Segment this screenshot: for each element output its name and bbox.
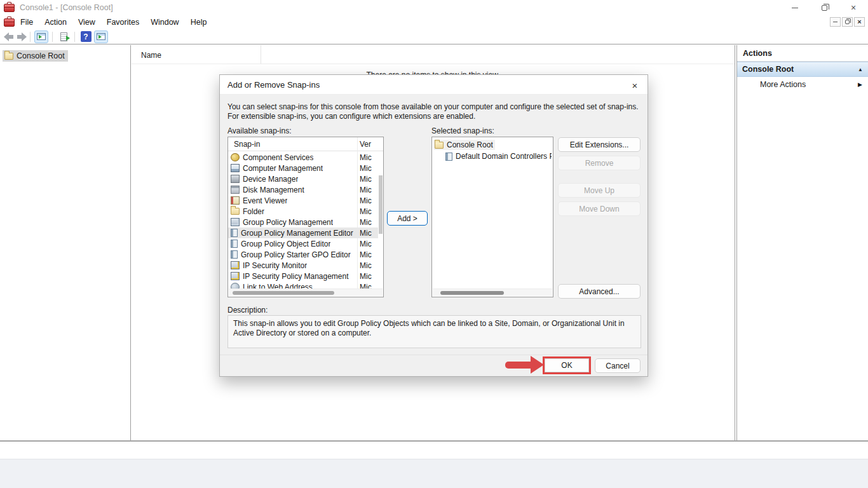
remove-button: Remove <box>558 156 641 170</box>
help-button[interactable]: ? <box>79 30 93 43</box>
mdi-restore-button[interactable] <box>842 17 853 27</box>
snapin-row-ip-security-monitor[interactable]: IP Security MonitorMic <box>228 260 378 271</box>
forward-button[interactable] <box>17 32 27 41</box>
selected-snapins-label: Selected snap-ins: <box>431 126 494 135</box>
cancel-button[interactable]: Cancel <box>595 358 641 373</box>
snapin-vendor: Mic <box>360 153 372 162</box>
snapin-row-link-to-web-address[interactable]: Link to Web AddressMic <box>228 281 378 288</box>
back-button[interactable] <box>4 32 13 41</box>
horizontal-scrollbar[interactable] <box>229 288 383 296</box>
add-remove-snapins-dialog: Add or Remove Snap-ins × You can select … <box>219 74 648 377</box>
selected-root-label: Console Root <box>447 140 493 149</box>
snapin-vendor: Mic <box>360 186 372 194</box>
dialog-close-button[interactable]: × <box>628 79 641 92</box>
menu-bar: File Action View Favorites Window Help × <box>0 15 868 29</box>
snapin-row-group-policy-starter-gpo-editor[interactable]: Group Policy Starter GPO EditorMic <box>228 249 378 260</box>
results-column-header: Name <box>132 45 735 64</box>
snapin-row-group-policy-object-editor[interactable]: Group Policy Object EditorMic <box>228 238 378 249</box>
mdi-close-button[interactable]: × <box>854 17 865 27</box>
scrollbar-thumb[interactable] <box>233 291 334 295</box>
snapin-vendor: Mic <box>360 240 372 248</box>
available-snapins-list[interactable]: Snap-in Ver Component ServicesMic Comput… <box>227 137 384 297</box>
snapin-row-group-policy-management[interactable]: Group Policy ManagementMic <box>228 217 378 227</box>
tree-item-label: Console Root <box>17 51 65 60</box>
desktop: Console1 - [Console Root] × File Action … <box>0 0 868 488</box>
snapin-vendor: Mic <box>360 207 372 216</box>
menu-file[interactable]: File <box>15 18 39 27</box>
forward-arrow-icon <box>22 32 27 41</box>
edit-extensions-button[interactable]: Edit Extensions... <box>558 137 641 152</box>
add-button[interactable]: Add > <box>387 211 428 226</box>
available-snapins-label: Available snap-ins: <box>227 126 292 135</box>
selected-snapins-list[interactable]: Console Root Default Domain Controllers … <box>431 137 553 297</box>
export-list-icon <box>60 32 67 41</box>
annotation-arrow-head-icon <box>531 356 544 374</box>
snapin-label: Link to Web Address <box>243 283 313 289</box>
scrollbar-thumb[interactable] <box>440 291 504 295</box>
snapin-vendor: Mic <box>360 261 372 270</box>
ok-highlight-box: OK <box>543 356 591 374</box>
actions-panel-header: Actions <box>737 45 868 62</box>
snapin-row-event-viewer[interactable]: Event ViewerMic <box>228 195 378 206</box>
link-web-icon <box>231 283 240 288</box>
actions-group-label: Console Root <box>742 65 794 74</box>
minimize-icon <box>833 22 837 22</box>
more-actions-label: More Actions <box>760 80 806 89</box>
menu-view[interactable]: View <box>72 18 101 27</box>
column-name-header[interactable]: Name <box>141 51 161 60</box>
description-box: This snap-in allows you to edit Group Po… <box>227 315 641 348</box>
snapin-label: IP Security Monitor <box>243 261 307 270</box>
snapin-row-device-manager[interactable]: Device ManagerMic <box>228 173 378 184</box>
more-actions-item[interactable]: More Actions ▶ <box>737 77 868 92</box>
snapin-vendor: Mic <box>360 229 372 238</box>
close-button[interactable]: × <box>839 0 868 15</box>
dialog-title-bar: Add or Remove Snap-ins × <box>220 75 648 95</box>
collapse-icon[interactable]: ▲ <box>858 67 863 72</box>
snapin-label: Device Manager <box>243 175 298 184</box>
advanced-button[interactable]: Advanced... <box>558 284 641 299</box>
snapin-label: Component Services <box>243 153 313 162</box>
description-label: Description: <box>227 306 268 315</box>
snapin-column-header[interactable]: Snap-in <box>234 140 260 149</box>
horizontal-scrollbar[interactable] <box>433 288 552 296</box>
back-arrow-icon <box>4 32 9 41</box>
restore-button[interactable] <box>810 0 839 15</box>
gpo-scroll-icon <box>231 240 238 248</box>
vendor-column-header[interactable]: Ver <box>360 140 371 149</box>
menu-help[interactable]: Help <box>185 18 213 27</box>
minimize-button[interactable] <box>780 0 810 15</box>
snapin-row-disk-management[interactable]: Disk ManagementMic <box>228 184 378 195</box>
vertical-scrollbar[interactable] <box>379 175 383 234</box>
mmc-toolbox-icon-small <box>4 18 15 27</box>
snapin-row-group-policy-management-editor[interactable]: Group Policy Management EditorMic <box>228 227 378 238</box>
event-viewer-icon <box>231 196 240 205</box>
toolbar: ? <box>0 29 868 44</box>
menu-window[interactable]: Window <box>145 18 184 27</box>
annotation-arrow <box>505 362 531 369</box>
snapin-vendor: Mic <box>360 175 372 184</box>
snapin-row-ip-security-policy-management[interactable]: IP Security Policy ManagementMic <box>228 271 378 281</box>
snapin-vendor: Mic <box>360 218 372 227</box>
export-list-button[interactable] <box>57 30 71 43</box>
window-title: Console1 - [Console Root] <box>20 3 113 12</box>
snapin-vendor: Mic <box>360 283 372 289</box>
restore-icon <box>845 20 850 24</box>
snapin-label: Folder <box>243 207 264 216</box>
gpo-scroll-icon <box>445 152 452 161</box>
tree-item-console-root[interactable]: Console Root <box>3 50 68 62</box>
snapin-row-folder[interactable]: FolderMic <box>228 206 378 217</box>
toolbar-separator <box>52 32 53 42</box>
show-console-tree-button[interactable] <box>34 30 48 43</box>
snapin-row-component-services[interactable]: Component ServicesMic <box>228 152 378 163</box>
footer-divider <box>220 355 648 355</box>
actions-group-console-root[interactable]: Console Root ▲ <box>737 62 868 77</box>
menu-action[interactable]: Action <box>39 18 72 27</box>
dialog-intro-text: You can select snap-ins for this console… <box>227 102 639 121</box>
mdi-minimize-button[interactable] <box>830 17 841 27</box>
menu-favorites[interactable]: Favorites <box>101 18 145 27</box>
ok-button[interactable]: OK <box>545 358 589 372</box>
selected-console-root-item[interactable]: Console Root <box>434 140 495 150</box>
new-window-button[interactable] <box>94 30 108 43</box>
snapin-row-computer-management[interactable]: Computer ManagementMic <box>228 163 378 173</box>
selected-default-domain-controllers-item[interactable]: Default Domain Controllers Polic <box>445 152 552 161</box>
